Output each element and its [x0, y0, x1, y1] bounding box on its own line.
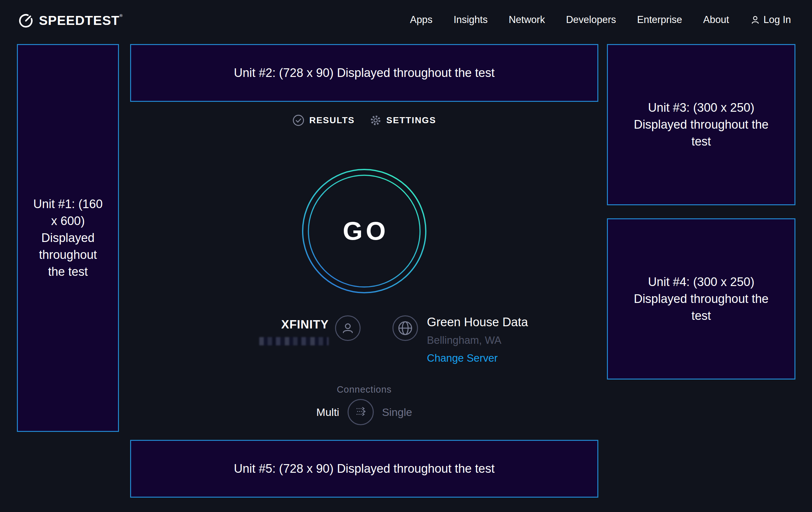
nav-item-about[interactable]: About [703, 14, 729, 26]
tab-results[interactable]: RESULTS [292, 114, 355, 127]
connections-option-single[interactable]: Single [382, 406, 412, 419]
connections-toggle-row: Multi Single [316, 399, 412, 425]
tab-settings-label: SETTINGS [386, 115, 436, 126]
globe-circle-icon [393, 315, 418, 341]
nav-item-apps[interactable]: Apps [410, 14, 433, 26]
nav-item-developers[interactable]: Developers [566, 14, 616, 26]
connection-info-row: XFINITY Green House Data Bellingham, WA … [259, 315, 528, 364]
ad-unit-2-label: Unit #2: (728 x 90) Displayed throughout… [234, 64, 494, 81]
person-icon [750, 15, 760, 25]
check-circle-icon [292, 114, 304, 127]
isp-info: XFINITY [259, 315, 361, 345]
connections-label: Connections [337, 384, 392, 395]
logo-trademark: ® [120, 13, 123, 18]
tab-bar: RESULTS SETTINGS [292, 114, 436, 127]
connections-toggle[interactable] [348, 399, 374, 425]
nav-item-insights[interactable]: Insights [454, 14, 488, 26]
speedtest-logo[interactable]: SPEEDTEST® [18, 11, 123, 28]
logo-text: SPEEDTEST® [39, 14, 123, 27]
ad-unit-4-label: Unit #4: (300 x 250) Displayed throughou… [631, 274, 772, 325]
connections-option-multi[interactable]: Multi [316, 406, 339, 419]
login-label: Log In [763, 14, 791, 26]
ad-unit-3-label: Unit #3: (300 x 250) Displayed throughou… [631, 99, 772, 150]
login-button[interactable]: Log In [750, 14, 791, 26]
gear-icon [369, 114, 381, 127]
ad-unit-3[interactable]: Unit #3: (300 x 250) Displayed throughou… [607, 44, 795, 205]
ad-unit-1[interactable]: Unit #1: (160 x 600) Displayed throughou… [17, 44, 119, 432]
nav-item-enterprise[interactable]: Enterprise [637, 14, 682, 26]
multi-arrows-icon [353, 404, 368, 420]
ad-unit-2[interactable]: Unit #2: (728 x 90) Displayed throughout… [130, 44, 598, 102]
user-circle-icon [335, 315, 361, 341]
server-name: Green House Data [427, 315, 528, 329]
ad-unit-4[interactable]: Unit #4: (300 x 250) Displayed throughou… [607, 218, 795, 380]
tab-settings[interactable]: SETTINGS [369, 114, 436, 127]
top-nav: SPEEDTEST® Apps Insights Network Develop… [0, 0, 812, 39]
nav-item-network[interactable]: Network [509, 14, 545, 26]
nav-links: Apps Insights Network Developers Enterpr… [410, 14, 791, 26]
speedometer-icon [18, 11, 34, 28]
go-button[interactable]: GO [302, 168, 427, 294]
ad-unit-1-label: Unit #1: (160 x 600) Displayed throughou… [31, 196, 105, 280]
ad-unit-5-label: Unit #5: (728 x 90) Displayed throughout… [234, 460, 494, 477]
change-server-link[interactable]: Change Server [427, 352, 528, 364]
server-location: Bellingham, WA [427, 334, 528, 346]
ip-address-redacted [259, 337, 329, 345]
server-info: Green House Data Bellingham, WA Change S… [393, 315, 528, 364]
ad-unit-5[interactable]: Unit #5: (728 x 90) Displayed throughout… [130, 440, 598, 497]
isp-name: XFINITY [259, 318, 329, 331]
tab-results-label: RESULTS [309, 115, 355, 126]
go-label: GO [302, 168, 427, 294]
